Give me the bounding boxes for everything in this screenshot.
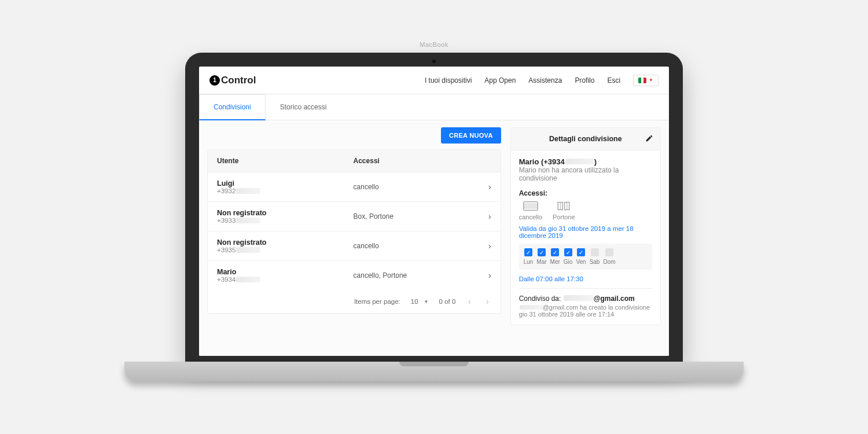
shares-column: CREA NUOVA Utente Accessi Luigi +3932 [207, 127, 501, 356]
col-header-user: Utente [217, 157, 354, 165]
app-header: 1 Control I tuoi dispositivi App Open As… [199, 67, 669, 94]
redacted-text [236, 188, 260, 194]
redacted-text [565, 159, 594, 164]
hours-text: Dalle 07:00 alle 17:30 [519, 275, 652, 289]
row-user-phone: +3932 [217, 187, 354, 194]
row-access: cancello [354, 183, 477, 191]
nav-logout[interactable]: Esci [607, 76, 620, 84]
nav-app-open[interactable]: App Open [484, 76, 516, 84]
row-user-name: Mario [217, 268, 354, 276]
access-item-door: Portone [553, 201, 575, 220]
chevron-right-icon: › [477, 212, 491, 221]
pager-range: 0 of 0 [439, 298, 456, 305]
col-header-access: Accessi [354, 157, 477, 165]
share-details-panel: Dettagli condivisione Mario (+3934) Mari… [510, 127, 661, 325]
brand-logo[interactable]: 1 Control [209, 75, 256, 86]
day-mer[interactable]: ✓Mer [550, 248, 560, 265]
top-nav: I tuoi dispositivi App Open Assistenza P… [425, 75, 659, 86]
pager-prev-button[interactable]: ‹ [466, 297, 473, 306]
checkbox-on-icon: ✓ [577, 248, 585, 256]
logo-text: Control [221, 75, 256, 86]
day-mar[interactable]: ✓Mar [536, 248, 546, 265]
laptop-mockup: 1 Control I tuoi dispositivi App Open As… [185, 53, 683, 381]
main-content: CREA NUOVA Utente Accessi Luigi +3932 [199, 120, 669, 356]
checkbox-on-icon: ✓ [564, 248, 572, 256]
checkbox-on-icon: ✓ [551, 248, 559, 256]
language-selector[interactable]: ▼ [633, 75, 659, 86]
gate-icon [523, 201, 538, 211]
nav-devices[interactable]: I tuoi dispositivi [425, 76, 472, 84]
chevron-right-icon: › [477, 271, 491, 280]
day-lun[interactable]: ✓Lun [524, 248, 534, 265]
caret-down-icon: ▼ [649, 78, 653, 83]
row-user-name: Luigi [217, 179, 354, 187]
row-access: cancello, Portone [354, 271, 477, 279]
day-gio[interactable]: ✓Gio [564, 248, 573, 265]
table-pager: Items per page: 10 ▼ 0 of 0 ‹ › [208, 290, 501, 313]
table-row[interactable]: Mario +3934 cancello, Portone › [208, 260, 501, 290]
details-title: Dettagli condivisione [549, 135, 622, 143]
redacted-text [236, 218, 260, 223]
macbook-label: MacBook [420, 41, 448, 48]
tab-bar: Condivisioni Storico accessi [199, 94, 669, 120]
day-ven[interactable]: ✓Ven [576, 248, 586, 265]
logo-mark: 1 [209, 75, 220, 86]
shared-by: Condiviso da: @gmail.com [519, 295, 652, 303]
redacted-text [564, 295, 594, 301]
table-header: Utente Accessi [208, 150, 501, 172]
day-sab[interactable]: Sab [590, 248, 600, 265]
tab-shares[interactable]: Condivisioni [199, 94, 266, 120]
shares-table: Utente Accessi Luigi +3932 cancello › [207, 149, 501, 314]
checkbox-off-icon [591, 248, 599, 256]
checkbox-on-icon: ✓ [524, 248, 532, 256]
day-dom[interactable]: Dom [603, 248, 615, 265]
row-access: Box, Portone [354, 212, 477, 220]
chevron-right-icon: › [477, 241, 491, 251]
door-icon [556, 201, 571, 211]
edit-icon[interactable] [645, 134, 653, 144]
laptop-base [124, 362, 744, 381]
create-row: CREA NUOVA [207, 127, 501, 144]
create-new-button[interactable]: CREA NUOVA [441, 127, 501, 144]
table-row[interactable]: Non registrato +3935 cancello › [208, 231, 501, 260]
validity-text: Valida da gio 31 ottobre 2019 a mer 18 d… [519, 225, 652, 239]
app-screen: 1 Control I tuoi dispositivi App Open As… [199, 67, 669, 356]
row-access: cancello [354, 242, 477, 250]
pager-label: Items per page: [354, 298, 400, 305]
table-row[interactable]: Luigi +3932 cancello › [208, 172, 501, 201]
detail-note: Mario non ha ancora utilizzato la condiv… [519, 166, 652, 182]
nav-profile[interactable]: Profilo [575, 76, 594, 84]
pager-next-button[interactable]: › [484, 297, 491, 306]
row-user-phone: +3935 [217, 247, 354, 253]
details-column: Dettagli condivisione Mario (+3934) Mari… [510, 127, 661, 356]
row-user-name: Non registrato [217, 209, 354, 217]
tab-history[interactable]: Storico accessi [266, 94, 341, 120]
checkbox-off-icon [605, 248, 613, 256]
redacted-text [236, 277, 260, 282]
detail-user: Mario (+3934) [519, 157, 652, 166]
details-body: Mario (+3934) Mario non ha ancora utiliz… [511, 150, 660, 325]
flag-italy-icon [638, 78, 646, 83]
table-row[interactable]: Non registrato +3933 Box, Portone › [208, 201, 501, 231]
details-header: Dettagli condivisione [511, 128, 660, 150]
accessi-label: Accessi: [519, 189, 652, 197]
checkbox-on-icon: ✓ [538, 248, 546, 256]
redacted-text [236, 247, 260, 253]
access-icons: cancello Portone [519, 201, 652, 220]
chevron-right-icon: › [477, 182, 491, 192]
weekday-selector: ✓Lun ✓Mar ✓Mer ✓Gio ✓Ven Sab Dom [519, 244, 652, 270]
access-item-gate: cancello [519, 201, 542, 220]
trackpad-notch [399, 362, 469, 366]
redacted-text [520, 305, 543, 310]
page-size-select[interactable]: 10 ▼ [411, 298, 429, 305]
shared-meta: @gmail.com ha creato la condivisione gio… [519, 304, 652, 318]
row-user-name: Non registrato [217, 238, 354, 247]
screen-bezel: 1 Control I tuoi dispositivi App Open As… [185, 53, 683, 362]
row-user-phone: +3934 [217, 276, 354, 283]
nav-support[interactable]: Assistenza [528, 76, 562, 84]
camera-dot [432, 60, 436, 63]
row-user-phone: +3933 [217, 217, 354, 224]
caret-down-icon: ▼ [424, 299, 429, 304]
